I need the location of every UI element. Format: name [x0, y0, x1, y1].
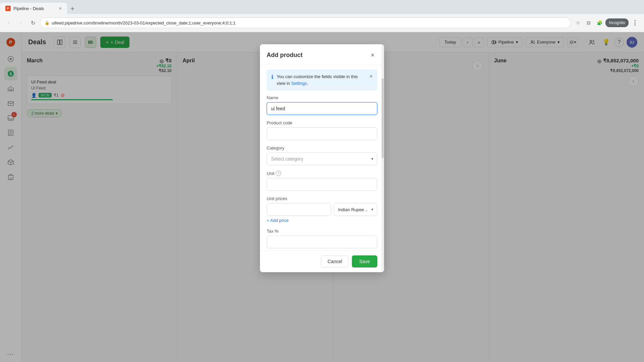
tab-favicon: P: [5, 6, 11, 11]
cancel-button[interactable]: Cancel: [321, 255, 348, 267]
unit-price-input[interactable]: [267, 203, 331, 216]
category-placeholder: Select category: [271, 156, 304, 162]
modal-footer: Cancel Save: [260, 250, 384, 272]
tax-label: Tax %: [267, 229, 377, 234]
modal-title: Add product: [267, 52, 303, 59]
info-icon: ℹ: [271, 74, 273, 80]
add-price-link[interactable]: + Add price: [267, 218, 288, 223]
modal-header: Add product ×: [260, 44, 384, 65]
modal-close-button[interactable]: ×: [368, 50, 377, 60]
add-product-modal: Add product × ℹ You can customize the fi…: [260, 44, 384, 272]
currency-select-wrapper: ▾: [334, 203, 377, 216]
lock-icon: 🔒: [45, 20, 50, 25]
product-code-input[interactable]: [267, 127, 377, 140]
active-tab[interactable]: P Pipeline - Deals ×: [0, 3, 67, 14]
url-text: uifeed.pipedrive.com/timeline/month/2023…: [52, 20, 236, 25]
browser-menu-button[interactable]: ⋮: [630, 19, 640, 26]
save-button[interactable]: Save: [352, 255, 377, 267]
forward-button[interactable]: ›: [16, 18, 25, 27]
modal-scrollbar-thumb[interactable]: [382, 78, 384, 158]
tab-close-button[interactable]: ×: [59, 6, 62, 11]
unit-prices-label: Unit prices: [267, 196, 377, 201]
settings-link[interactable]: Settings: [291, 81, 307, 86]
category-select-wrapper: Select category ▾: [267, 153, 377, 165]
bookmark-button[interactable]: ☆: [573, 18, 583, 27]
refresh-button[interactable]: ↻: [28, 18, 38, 27]
name-field-group: Name: [267, 95, 377, 115]
modal-scrollbar-track: [381, 44, 384, 272]
tax-input[interactable]: [267, 236, 377, 248]
unit-prices-row: ▾: [267, 203, 377, 216]
unit-prices-field-group: Unit prices ▾ + Add price: [267, 196, 377, 223]
name-label: Name: [267, 95, 377, 100]
info-banner-close-button[interactable]: ×: [370, 73, 373, 79]
tab-title: Pipeline - Deals: [13, 6, 44, 11]
info-text: You can customize the fields visible in …: [277, 73, 366, 86]
unit-input[interactable]: [267, 178, 377, 191]
modal-body: ℹ You can customize the fields visible i…: [260, 65, 384, 250]
incognito-button[interactable]: Incognito: [605, 18, 629, 27]
category-select[interactable]: Select category: [267, 153, 377, 165]
cast-button[interactable]: ⊟: [584, 18, 593, 27]
unit-help-icon[interactable]: ?: [276, 171, 281, 176]
unit-label: Unit ?: [267, 171, 377, 176]
name-input[interactable]: [267, 102, 377, 115]
tax-field-group: Tax %: [267, 229, 377, 248]
currency-select[interactable]: [334, 203, 377, 216]
product-code-label: Product code: [267, 120, 377, 125]
address-bar[interactable]: 🔒 uifeed.pipedrive.com/timeline/month/20…: [40, 17, 571, 28]
extension-button[interactable]: 🧩: [595, 18, 604, 27]
info-banner: ℹ You can customize the fields visible i…: [267, 69, 377, 90]
category-field-group: Category Select category ▾: [267, 145, 377, 165]
new-tab-button[interactable]: +: [67, 3, 78, 14]
unit-field-group: Unit ?: [267, 171, 377, 191]
category-label: Category: [267, 145, 377, 150]
back-button[interactable]: ‹: [4, 18, 13, 27]
product-code-field-group: Product code: [267, 120, 377, 140]
